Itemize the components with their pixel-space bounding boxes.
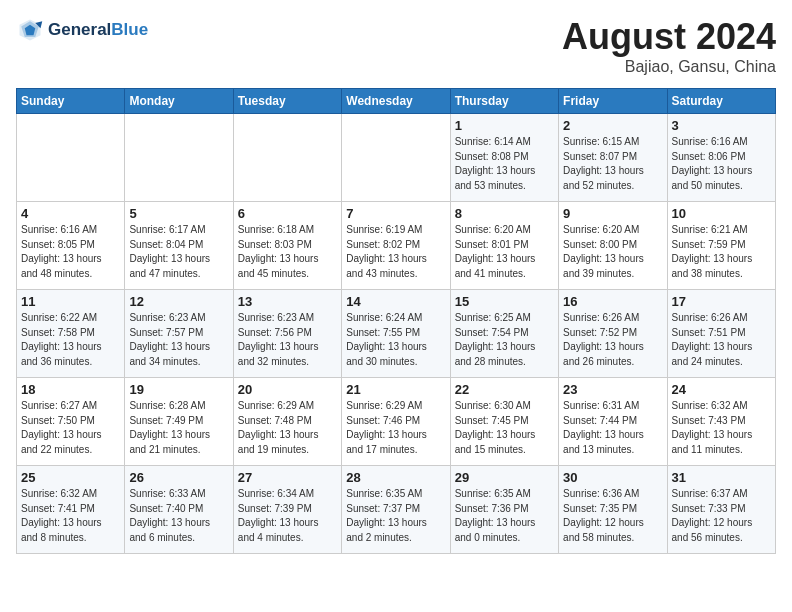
day-number: 28 [346, 470, 445, 485]
week-row-5: 25Sunrise: 6:32 AMSunset: 7:41 PMDayligh… [17, 466, 776, 554]
calendar-cell: 18Sunrise: 6:27 AMSunset: 7:50 PMDayligh… [17, 378, 125, 466]
month-title: August 2024 [562, 16, 776, 58]
calendar-cell: 17Sunrise: 6:26 AMSunset: 7:51 PMDayligh… [667, 290, 775, 378]
calendar-cell [233, 114, 341, 202]
calendar-cell: 24Sunrise: 6:32 AMSunset: 7:43 PMDayligh… [667, 378, 775, 466]
day-number: 19 [129, 382, 228, 397]
day-info: Sunrise: 6:29 AMSunset: 7:46 PMDaylight:… [346, 399, 445, 457]
day-number: 17 [672, 294, 771, 309]
day-info: Sunrise: 6:16 AMSunset: 8:05 PMDaylight:… [21, 223, 120, 281]
day-info: Sunrise: 6:26 AMSunset: 7:52 PMDaylight:… [563, 311, 662, 369]
day-number: 4 [21, 206, 120, 221]
day-info: Sunrise: 6:31 AMSunset: 7:44 PMDaylight:… [563, 399, 662, 457]
day-info: Sunrise: 6:33 AMSunset: 7:40 PMDaylight:… [129, 487, 228, 545]
day-info: Sunrise: 6:34 AMSunset: 7:39 PMDaylight:… [238, 487, 337, 545]
day-number: 5 [129, 206, 228, 221]
day-info: Sunrise: 6:16 AMSunset: 8:06 PMDaylight:… [672, 135, 771, 193]
day-number: 9 [563, 206, 662, 221]
calendar-cell: 3Sunrise: 6:16 AMSunset: 8:06 PMDaylight… [667, 114, 775, 202]
day-number: 24 [672, 382, 771, 397]
day-number: 3 [672, 118, 771, 133]
day-number: 8 [455, 206, 554, 221]
calendar-cell: 15Sunrise: 6:25 AMSunset: 7:54 PMDayligh… [450, 290, 558, 378]
day-info: Sunrise: 6:19 AMSunset: 8:02 PMDaylight:… [346, 223, 445, 281]
logo: GeneralBlue [16, 16, 148, 44]
calendar-cell: 5Sunrise: 6:17 AMSunset: 8:04 PMDaylight… [125, 202, 233, 290]
day-info: Sunrise: 6:37 AMSunset: 7:33 PMDaylight:… [672, 487, 771, 545]
day-number: 2 [563, 118, 662, 133]
day-number: 29 [455, 470, 554, 485]
day-info: Sunrise: 6:32 AMSunset: 7:43 PMDaylight:… [672, 399, 771, 457]
weekday-header-tuesday: Tuesday [233, 89, 341, 114]
day-info: Sunrise: 6:21 AMSunset: 7:59 PMDaylight:… [672, 223, 771, 281]
calendar-cell: 13Sunrise: 6:23 AMSunset: 7:56 PMDayligh… [233, 290, 341, 378]
weekday-header-thursday: Thursday [450, 89, 558, 114]
day-info: Sunrise: 6:17 AMSunset: 8:04 PMDaylight:… [129, 223, 228, 281]
calendar-cell: 9Sunrise: 6:20 AMSunset: 8:00 PMDaylight… [559, 202, 667, 290]
day-info: Sunrise: 6:35 AMSunset: 7:36 PMDaylight:… [455, 487, 554, 545]
weekday-header-row: SundayMondayTuesdayWednesdayThursdayFrid… [17, 89, 776, 114]
day-number: 31 [672, 470, 771, 485]
calendar-cell: 14Sunrise: 6:24 AMSunset: 7:55 PMDayligh… [342, 290, 450, 378]
day-number: 7 [346, 206, 445, 221]
day-info: Sunrise: 6:20 AMSunset: 8:01 PMDaylight:… [455, 223, 554, 281]
week-row-4: 18Sunrise: 6:27 AMSunset: 7:50 PMDayligh… [17, 378, 776, 466]
day-number: 30 [563, 470, 662, 485]
week-row-2: 4Sunrise: 6:16 AMSunset: 8:05 PMDaylight… [17, 202, 776, 290]
calendar-cell: 29Sunrise: 6:35 AMSunset: 7:36 PMDayligh… [450, 466, 558, 554]
day-info: Sunrise: 6:22 AMSunset: 7:58 PMDaylight:… [21, 311, 120, 369]
calendar-cell: 2Sunrise: 6:15 AMSunset: 8:07 PMDaylight… [559, 114, 667, 202]
day-info: Sunrise: 6:18 AMSunset: 8:03 PMDaylight:… [238, 223, 337, 281]
day-info: Sunrise: 6:35 AMSunset: 7:37 PMDaylight:… [346, 487, 445, 545]
calendar-cell: 4Sunrise: 6:16 AMSunset: 8:05 PMDaylight… [17, 202, 125, 290]
day-number: 1 [455, 118, 554, 133]
day-number: 6 [238, 206, 337, 221]
weekday-header-friday: Friday [559, 89, 667, 114]
day-info: Sunrise: 6:32 AMSunset: 7:41 PMDaylight:… [21, 487, 120, 545]
day-info: Sunrise: 6:25 AMSunset: 7:54 PMDaylight:… [455, 311, 554, 369]
calendar-cell: 21Sunrise: 6:29 AMSunset: 7:46 PMDayligh… [342, 378, 450, 466]
calendar-cell [17, 114, 125, 202]
day-info: Sunrise: 6:28 AMSunset: 7:49 PMDaylight:… [129, 399, 228, 457]
day-info: Sunrise: 6:27 AMSunset: 7:50 PMDaylight:… [21, 399, 120, 457]
day-number: 10 [672, 206, 771, 221]
day-number: 22 [455, 382, 554, 397]
logo-text: GeneralBlue [48, 20, 148, 40]
day-number: 20 [238, 382, 337, 397]
weekday-header-sunday: Sunday [17, 89, 125, 114]
calendar-cell: 8Sunrise: 6:20 AMSunset: 8:01 PMDaylight… [450, 202, 558, 290]
day-info: Sunrise: 6:30 AMSunset: 7:45 PMDaylight:… [455, 399, 554, 457]
day-number: 18 [21, 382, 120, 397]
calendar-cell: 31Sunrise: 6:37 AMSunset: 7:33 PMDayligh… [667, 466, 775, 554]
calendar-cell: 16Sunrise: 6:26 AMSunset: 7:52 PMDayligh… [559, 290, 667, 378]
calendar-table: SundayMondayTuesdayWednesdayThursdayFrid… [16, 88, 776, 554]
day-number: 25 [21, 470, 120, 485]
calendar-cell: 30Sunrise: 6:36 AMSunset: 7:35 PMDayligh… [559, 466, 667, 554]
day-info: Sunrise: 6:15 AMSunset: 8:07 PMDaylight:… [563, 135, 662, 193]
day-number: 13 [238, 294, 337, 309]
day-info: Sunrise: 6:23 AMSunset: 7:56 PMDaylight:… [238, 311, 337, 369]
day-number: 27 [238, 470, 337, 485]
day-info: Sunrise: 6:36 AMSunset: 7:35 PMDaylight:… [563, 487, 662, 545]
calendar-cell: 20Sunrise: 6:29 AMSunset: 7:48 PMDayligh… [233, 378, 341, 466]
day-number: 23 [563, 382, 662, 397]
calendar-cell: 10Sunrise: 6:21 AMSunset: 7:59 PMDayligh… [667, 202, 775, 290]
calendar-cell: 28Sunrise: 6:35 AMSunset: 7:37 PMDayligh… [342, 466, 450, 554]
day-info: Sunrise: 6:20 AMSunset: 8:00 PMDaylight:… [563, 223, 662, 281]
calendar-cell: 11Sunrise: 6:22 AMSunset: 7:58 PMDayligh… [17, 290, 125, 378]
day-info: Sunrise: 6:29 AMSunset: 7:48 PMDaylight:… [238, 399, 337, 457]
day-number: 11 [21, 294, 120, 309]
day-number: 21 [346, 382, 445, 397]
calendar-cell: 22Sunrise: 6:30 AMSunset: 7:45 PMDayligh… [450, 378, 558, 466]
week-row-1: 1Sunrise: 6:14 AMSunset: 8:08 PMDaylight… [17, 114, 776, 202]
title-block: August 2024 Bajiao, Gansu, China [562, 16, 776, 76]
day-info: Sunrise: 6:14 AMSunset: 8:08 PMDaylight:… [455, 135, 554, 193]
day-info: Sunrise: 6:24 AMSunset: 7:55 PMDaylight:… [346, 311, 445, 369]
day-number: 12 [129, 294, 228, 309]
calendar-cell: 7Sunrise: 6:19 AMSunset: 8:02 PMDaylight… [342, 202, 450, 290]
location: Bajiao, Gansu, China [562, 58, 776, 76]
day-info: Sunrise: 6:26 AMSunset: 7:51 PMDaylight:… [672, 311, 771, 369]
calendar-cell: 19Sunrise: 6:28 AMSunset: 7:49 PMDayligh… [125, 378, 233, 466]
calendar-cell: 25Sunrise: 6:32 AMSunset: 7:41 PMDayligh… [17, 466, 125, 554]
weekday-header-saturday: Saturday [667, 89, 775, 114]
